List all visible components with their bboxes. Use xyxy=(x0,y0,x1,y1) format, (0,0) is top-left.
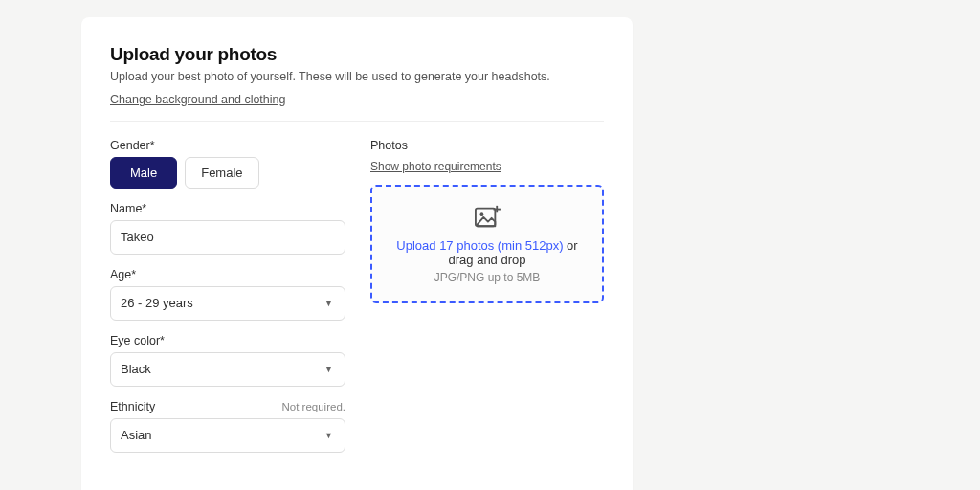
ethnicity-not-required: Not required. xyxy=(282,401,345,412)
eye-color-label: Eye color* xyxy=(110,334,345,347)
page-title: Upload your photos xyxy=(110,44,604,65)
page-subtitle: Upload your best photo of yourself. Thes… xyxy=(110,68,604,86)
svg-point-1 xyxy=(480,212,484,216)
age-select-value: 26 - 29 years xyxy=(121,296,193,310)
ethnicity-select[interactable]: Asian ▼ xyxy=(110,418,345,453)
age-select[interactable]: 26 - 29 years ▼ xyxy=(110,286,345,321)
gender-female-button[interactable]: Female xyxy=(185,157,258,189)
photo-dropzone[interactable]: Upload 17 photos (min 512px) or drag and… xyxy=(370,185,604,303)
image-plus-icon xyxy=(473,204,501,229)
eye-color-value: Black xyxy=(121,362,151,376)
form-column-left: Gender* Male Female Name* Age* 26 - 29 y… xyxy=(110,139,345,466)
change-background-link[interactable]: Change background and clothing xyxy=(110,93,285,106)
chevron-down-icon: ▼ xyxy=(324,365,333,374)
dropzone-upload-link: Upload 17 photos (min 512px) xyxy=(396,238,563,253)
photo-requirements-link[interactable]: Show photo requirements xyxy=(370,160,501,173)
form-column-right: Photos Show photo requirements Upload 17… xyxy=(370,139,604,466)
name-input[interactable] xyxy=(110,220,345,255)
upload-card: Upload your photos Upload your best phot… xyxy=(81,17,633,490)
gender-male-button[interactable]: Male xyxy=(110,157,177,189)
divider xyxy=(110,121,604,122)
chevron-down-icon: ▼ xyxy=(324,431,333,440)
ethnicity-label: Ethnicity xyxy=(110,400,155,413)
dropzone-hint: JPG/PNG up to 5MB xyxy=(384,271,590,284)
gender-label: Gender* xyxy=(110,139,345,152)
form-columns: Gender* Male Female Name* Age* 26 - 29 y… xyxy=(110,139,604,466)
age-label: Age* xyxy=(110,268,345,281)
ethnicity-value: Asian xyxy=(121,428,152,442)
dropzone-text: Upload 17 photos (min 512px) or drag and… xyxy=(384,238,590,267)
name-label: Name* xyxy=(110,202,345,215)
photos-label: Photos xyxy=(370,139,604,152)
gender-toggle: Male Female xyxy=(110,157,345,189)
chevron-down-icon: ▼ xyxy=(324,299,333,308)
eye-color-select[interactable]: Black ▼ xyxy=(110,352,345,387)
